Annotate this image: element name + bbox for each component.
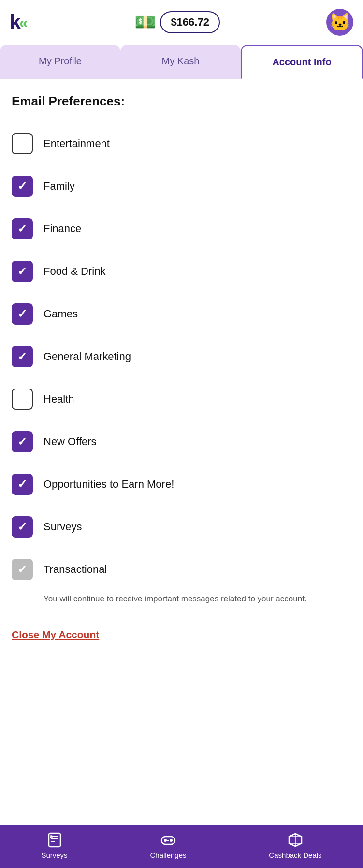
svg-rect-0 [49,833,60,847]
bottom-nav: Surveys Challenges Cashback Deals [0,825,363,868]
tab-my-kash[interactable]: My Kash [120,45,241,79]
nav-label-cashback: Cashback Deals [269,851,321,859]
checkbox-item-entertainment[interactable]: Entertainment [12,122,351,165]
checkbox-games[interactable]: ✓ [12,303,33,325]
checkmark-food-drink: ✓ [17,266,27,277]
checkbox-label-health: Health [44,393,74,405]
checkbox-label-opportunities: Opportunities to Earn More! [44,478,174,491]
surveys-icon [46,832,63,848]
header: k « 💵 $166.72 🐱 [0,0,363,45]
checkbox-label-games: Games [44,308,78,320]
checkbox-transactional: ✓ [12,559,33,580]
checkbox-finance[interactable]: ✓ [12,218,33,239]
checkbox-label-surveys: Surveys [44,521,82,533]
checkbox-label-transactional: Transactional [44,563,107,576]
nav-item-surveys[interactable]: Surveys [41,832,67,859]
checkbox-health[interactable] [12,389,33,410]
checkbox-new-offers[interactable]: ✓ [12,431,33,452]
checkbox-opportunities[interactable]: ✓ [12,474,33,495]
checkbox-item-general-marketing[interactable]: ✓ General Marketing [12,335,351,378]
nav-item-challenges[interactable]: Challenges [150,832,186,859]
checkbox-label-family: Family [44,180,75,193]
checkbox-item-food-drink[interactable]: ✓ Food & Drink [12,250,351,293]
svg-point-7 [170,839,173,842]
checkmark-surveys: ✓ [17,521,27,533]
email-preferences-title: Email Preferences: [12,94,351,109]
nav-label-surveys: Surveys [41,851,67,859]
money-icon: 💵 [134,12,156,32]
challenges-icon [160,832,176,848]
checkmark-opportunities: ✓ [17,479,27,490]
checkmark-new-offers: ✓ [17,436,27,448]
close-account-link[interactable]: Close My Account [12,629,99,641]
checkbox-item-transactional: ✓ Transactional [12,548,351,591]
transactional-note: You will continue to receive important m… [44,593,351,605]
checkbox-item-surveys[interactable]: ✓ Surveys [12,506,351,548]
logo-arrows-icon: « [19,14,28,30]
nav-item-cashback[interactable]: Cashback Deals [269,832,321,859]
checkbox-label-entertainment: Entertainment [44,137,110,150]
checkbox-surveys[interactable]: ✓ [12,516,33,538]
checkbox-family[interactable]: ✓ [12,176,33,197]
checkbox-label-general-marketing: General Marketing [44,350,131,363]
checkbox-item-games[interactable]: ✓ Games [12,293,351,335]
checkmark-family: ✓ [17,180,27,192]
content-area: Email Preferences: Entertainment ✓ Famil… [0,79,363,825]
checkmark-games: ✓ [17,308,27,320]
cashback-icon [287,832,304,848]
checkbox-general-marketing[interactable]: ✓ [12,346,33,367]
checkmark-transactional: ✓ [17,564,27,575]
avatar[interactable]: 🐱 [326,9,353,36]
checkbox-label-new-offers: New Offers [44,435,97,448]
email-preferences-list: Entertainment ✓ Family ✓ Finance ✓ Food … [12,122,351,591]
svg-point-6 [164,839,167,842]
checkbox-item-opportunities[interactable]: ✓ Opportunities to Earn More! [12,463,351,506]
nav-label-challenges: Challenges [150,851,186,859]
logo: k « [10,12,28,32]
cash-amount: $166.72 [160,11,220,33]
tab-my-profile[interactable]: My Profile [0,45,120,79]
cash-badge: 💵 $166.72 [134,11,220,33]
checkbox-label-finance: Finance [44,223,81,235]
divider [12,617,351,617]
checkmark-finance: ✓ [17,223,27,235]
checkbox-item-finance[interactable]: ✓ Finance [12,208,351,250]
tabs-container: My Profile My Kash Account Info [0,45,363,79]
checkbox-entertainment[interactable] [12,133,33,154]
avatar-icon: 🐱 [329,12,351,32]
checkbox-item-health[interactable]: Health [12,378,351,420]
checkbox-item-new-offers[interactable]: ✓ New Offers [12,420,351,463]
checkbox-item-family[interactable]: ✓ Family [12,165,351,208]
checkbox-food-drink[interactable]: ✓ [12,261,33,282]
checkmark-general-marketing: ✓ [17,351,27,362]
checkbox-label-food-drink: Food & Drink [44,265,105,278]
tab-account-info[interactable]: Account Info [241,45,363,79]
